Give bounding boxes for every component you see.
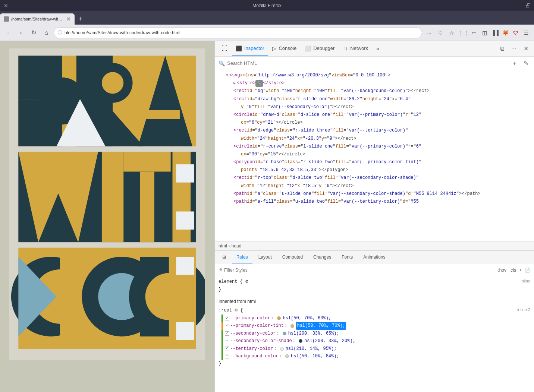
tab-debugger[interactable]: ⬜ Debugger (301, 42, 338, 56)
nav-more-button[interactable]: ··· (424, 28, 434, 38)
svg-rect-16 (140, 172, 154, 243)
html-tree-row[interactable]: <polygon id="r-base" class="r-slide two"… (215, 158, 534, 166)
breadcrumb-head[interactable]: head (232, 243, 242, 249)
html-tree-row[interactable]: width="12" height="12" x="18.5" y="9"></… (215, 182, 534, 190)
extensions-icon[interactable]: ⋮⋮ (459, 28, 468, 38)
expand-arrow[interactable]: ▼ (226, 73, 228, 79)
artwork-svg (9, 48, 205, 360)
html-tree-row[interactable]: y="9" fill="var(--secondary-color)"></re… (215, 103, 534, 111)
maximize-button[interactable]: 🗗 (526, 3, 531, 9)
html-tree-row[interactable]: <rect id="r-top" class="d-slide two" fil… (215, 174, 534, 182)
close-button[interactable]: ✕ (3, 3, 9, 9)
property-checkbox[interactable] (225, 316, 229, 320)
css-tab-box-model[interactable]: ⊞ (218, 252, 230, 263)
devtools-more-button[interactable]: ··· (509, 44, 519, 54)
root-gear-icon[interactable]: ⚙ (235, 307, 238, 313)
property-checkbox[interactable] (225, 347, 229, 351)
breadcrumb-html[interactable]: html (219, 243, 227, 249)
html-tree-row[interactable]: <circle id="draw-d" class="d-slide one" … (215, 111, 534, 119)
property-checkbox[interactable] (225, 331, 229, 336)
property-value: hsl(50, 10%, 84%); (291, 353, 339, 360)
star-button[interactable]: ☆ (447, 28, 456, 38)
html-tree-row[interactable]: <rect id="draw-bg" class="r-slide one" w… (215, 95, 534, 103)
debugger-label: Debugger (313, 45, 334, 51)
style-toggle[interactable]: 🔧 (255, 80, 263, 87)
tab-inspector[interactable]: ⬛ Inspector (232, 42, 268, 56)
reload-button[interactable]: ↻ (28, 28, 39, 38)
tab-more-button[interactable]: » (373, 44, 383, 54)
cls-button[interactable]: .cls (509, 268, 516, 273)
url-bar[interactable]: ⓘ hle:///home/sam/Sites/draw-with-code/d… (54, 27, 422, 38)
pocket-icon[interactable]: ◫ (480, 28, 489, 38)
new-tab-button[interactable]: + (75, 13, 87, 25)
svg-rect-32 (176, 322, 194, 340)
css-filter: ⚗ (219, 268, 276, 273)
html-search-edit-button[interactable]: ✎ (521, 59, 530, 68)
breadcrumb-separator: › (229, 243, 230, 249)
color-swatch[interactable] (280, 347, 284, 351)
html-tree-row[interactable]: <rect id="bg" width="100" height="100" f… (215, 87, 534, 95)
color-swatch[interactable] (285, 354, 289, 358)
enabled-bar (222, 337, 223, 345)
html-search-add-button[interactable]: + (510, 59, 519, 68)
html-tree-row[interactable]: cx="30" cy="15"></circle> (215, 151, 534, 158)
menu-button[interactable]: ☰ (521, 28, 531, 38)
css-tab-rules[interactable]: Rules (232, 252, 252, 263)
browser-tab[interactable]: /home/sam/Sites/draw-with-code ✕ (0, 13, 75, 25)
css-tab-changes[interactable]: Changes (309, 252, 336, 263)
breadcrumb: html › head (215, 241, 534, 250)
tab-console[interactable]: ▷ Console (268, 42, 300, 56)
property-checkbox[interactable] (225, 339, 229, 343)
css-property-secondary-color-shade: --secondary-color-shade : hsl(200, 33%, … (219, 337, 530, 345)
html-search-input[interactable] (227, 60, 508, 66)
home-button[interactable]: ⌂ (41, 28, 51, 38)
tab-network[interactable]: ↑↓ Network (339, 42, 372, 56)
html-tree-row[interactable]: <path id="a-fill" class="u-slide two" fi… (215, 198, 534, 206)
html-tree-row[interactable]: <path id="a" class="u-slide one" fill="v… (215, 190, 534, 198)
color-swatch[interactable] (277, 316, 281, 320)
html-tree-row[interactable]: cx="6" cy="21"></circle> (215, 119, 534, 127)
color-swatch[interactable] (283, 332, 286, 335)
tab-close-button[interactable]: ✕ (66, 16, 71, 22)
responsive-design-button[interactable]: ⧉ (497, 44, 507, 54)
html-tree-row[interactable]: ▼ <svg xmlns="http://www.w3.org/2000/svg… (215, 72, 534, 79)
firefox-icon[interactable]: 🦊 (500, 28, 510, 38)
enabled-bar (222, 345, 223, 353)
artwork-container (9, 48, 205, 384)
add-rule-button[interactable]: + (519, 268, 522, 273)
hov-button[interactable]: :hov (498, 268, 506, 273)
css-tab-computed[interactable]: Computed (278, 252, 307, 263)
html-tree-row[interactable]: <rect id="d-edge" class="r-slide three" … (215, 127, 534, 135)
bookmark-button[interactable]: ♡ (436, 28, 445, 38)
html-tree-row[interactable]: ▶ <style> 🔧 </style> (215, 79, 534, 87)
html-tree-row[interactable]: points="18.5,9 42,33 18.5,33"></polygon> (215, 166, 534, 174)
tag-name: <style> (237, 80, 255, 87)
property-checkbox[interactable] (225, 324, 229, 328)
gear-icon[interactable]: ⚙ (245, 279, 248, 284)
devtools-close-button[interactable]: ✕ (521, 44, 531, 54)
html-tree-row[interactable]: <circle id="r-curve" class="l-slide one"… (215, 143, 534, 151)
back-button[interactable]: ‹ (3, 28, 13, 38)
tab-picker[interactable]: ⛶ (218, 42, 231, 56)
color-swatch[interactable] (290, 324, 294, 328)
file-button[interactable]: 📄 (525, 268, 530, 273)
element-rule-label: inline (521, 278, 530, 286)
toolbar-icons: ⋮⋮ ▭ ◫ ▐▐ 🦊 🛡 ☰ (459, 28, 531, 38)
color-swatch[interactable] (299, 339, 302, 343)
sidebar-icon[interactable]: ▭ (469, 28, 479, 38)
css-tab-fonts[interactable]: Fonts (337, 252, 357, 263)
url-security-icon: ⓘ (58, 29, 62, 36)
expand-arrow[interactable]: ▶ (233, 80, 236, 86)
html-tree-row[interactable]: width="24" height="24" x="-20.3" y="9"><… (215, 135, 534, 143)
stats-icon[interactable]: ▐▐ (490, 28, 500, 38)
svg-rect-19 (176, 211, 194, 230)
property-name: --secondary-color-shade (230, 337, 292, 345)
css-tab-animations[interactable]: Animations (359, 252, 390, 263)
console-label: Console (279, 45, 296, 51)
forward-button[interactable]: › (16, 28, 26, 38)
property-checkbox[interactable] (225, 354, 229, 358)
css-tab-layout[interactable]: Layout (254, 252, 276, 263)
shield-icon[interactable]: 🛡 (511, 28, 521, 38)
root-rule-header: :root ⚙ { inline:2 (219, 306, 530, 314)
css-filter-input[interactable] (224, 268, 276, 273)
